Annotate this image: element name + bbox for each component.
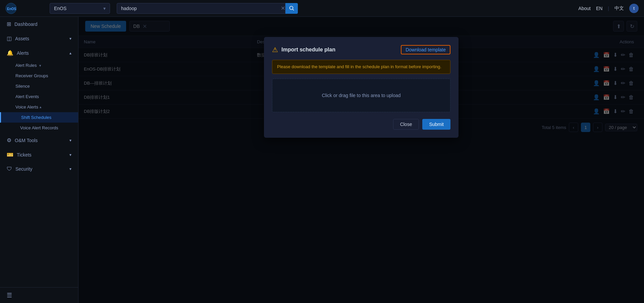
import-modal: ⚠ Import schedule plan Download template… (264, 37, 459, 138)
sidebar-item-receiver-groups[interactable]: Receiver Groups (0, 71, 78, 81)
user-avatar[interactable]: t (629, 4, 639, 13)
sidebar-label-alert-rules: Alert Rules (15, 63, 37, 68)
notice-text: Please download the template and fill in… (277, 64, 441, 69)
sidebar-label-receiver-groups: Receiver Groups (15, 73, 48, 78)
om-tools-icon: ⚙ (7, 137, 11, 143)
search-button[interactable] (285, 3, 298, 14)
security-icon: 🛡 (7, 166, 12, 172)
sidebar-item-dashboard[interactable]: ⊞ Dashboard (0, 17, 78, 31)
sidebar-item-voice-alert-records[interactable]: Voice Alert Records (0, 123, 78, 133)
global-search-area: ✕ (117, 3, 298, 14)
lang-en-link[interactable]: EN (596, 6, 602, 11)
sidebar-label-assets: Assets (15, 36, 29, 41)
search-clear-icon[interactable]: ✕ (281, 5, 285, 11)
topbar: EnOS EnOS ▾ ✕ About EN | 中文 t (0, 0, 644, 17)
search-icon (289, 6, 294, 11)
sidebar-label-dashboard: Dashboard (14, 21, 38, 27)
lang-cn-link[interactable]: 中文 (614, 5, 624, 11)
about-link[interactable]: About (578, 6, 591, 11)
chevron-up-icon: ▴ (40, 105, 42, 109)
chevron-down-icon: ▾ (69, 36, 71, 41)
svg-text:EnOS: EnOS (7, 7, 16, 11)
sidebar-label-voice-alert-records: Voice Alert Records (20, 125, 58, 130)
sidebar-item-shift-schedules[interactable]: Shift Schedules (0, 112, 78, 123)
logo-icon: EnOS (5, 3, 17, 14)
sidebar-label-tickets: Tickets (17, 152, 32, 158)
main-layout: ⊞ Dashboard ◫ Assets ▾ 🔔 Alerts ▴ Alert … (0, 17, 644, 303)
modal-title: Import schedule plan (281, 47, 335, 53)
chevron-down-icon: ▾ (69, 153, 71, 157)
modal-overlay: ⚠ Import schedule plan Download template… (78, 17, 644, 303)
chevron-down-icon: ▾ (103, 6, 106, 11)
sidebar-bottom: ☰ (0, 287, 78, 303)
sidebar-item-alert-rules[interactable]: Alert Rules ▾ (0, 60, 78, 71)
modal-header: ⚠ Import schedule plan Download template (272, 45, 450, 54)
submit-button[interactable]: Submit (422, 119, 450, 130)
upload-label: Click or drag file to this area to uploa… (322, 93, 400, 98)
close-button[interactable]: Close (393, 119, 419, 130)
dashboard-icon: ⊞ (7, 21, 11, 27)
warning-icon: ⚠ (272, 46, 278, 54)
svg-point-2 (289, 6, 293, 9)
svg-line-3 (292, 9, 294, 10)
chevron-down-icon: ▾ (69, 138, 71, 143)
modal-title-area: ⚠ Import schedule plan (272, 46, 335, 54)
lang-separator: | (608, 6, 609, 11)
sidebar-label-alerts: Alerts (17, 50, 29, 56)
assets-icon: ◫ (7, 35, 12, 42)
chevron-down-icon: ▾ (69, 167, 71, 171)
sidebar-label-silence: Silence (15, 84, 30, 89)
chevron-down-icon: ▾ (39, 63, 41, 68)
notice-bar: Please download the template and fill in… (272, 60, 450, 74)
sidebar-item-silence[interactable]: Silence (0, 81, 78, 91)
sidebar-label-shift-schedules: Shift Schedules (21, 115, 51, 120)
tenant-selector[interactable]: EnOS ▾ (50, 3, 110, 14)
sidebar-label-security: Security (15, 166, 33, 172)
alerts-icon: 🔔 (7, 50, 13, 56)
sidebar-item-tickets[interactable]: 🎫 Tickets ▾ (0, 147, 78, 162)
chevron-up-icon: ▴ (69, 51, 71, 55)
upload-area[interactable]: Click or drag file to this area to uploa… (272, 79, 450, 112)
content-area: New Schedule DB ✕ ⬆ ↻ Name Descri (78, 17, 644, 303)
logo: EnOS (5, 3, 46, 14)
download-template-link[interactable]: Download template (401, 45, 450, 54)
sidebar-item-security[interactable]: 🛡 Security ▾ (0, 162, 78, 176)
global-search-input[interactable] (117, 3, 285, 14)
sidebar-item-om-tools[interactable]: ⚙ O&M Tools ▾ (0, 133, 78, 147)
sidebar-item-alerts[interactable]: 🔔 Alerts ▴ (0, 46, 78, 60)
sidebar-label-voice-alerts: Voice Alerts (15, 104, 38, 110)
sidebar-item-voice-alerts[interactable]: Voice Alerts ▴ (0, 102, 78, 112)
tickets-icon: 🎫 (7, 152, 13, 158)
modal-footer: Close Submit (272, 119, 450, 130)
sidebar-item-alert-events[interactable]: Alert Events (0, 91, 78, 102)
sidebar-item-assets[interactable]: ◫ Assets ▾ (0, 31, 78, 46)
sidebar: ⊞ Dashboard ◫ Assets ▾ 🔔 Alerts ▴ Alert … (0, 17, 78, 303)
menu-icon[interactable]: ☰ (7, 292, 12, 299)
topbar-right: About EN | 中文 t (578, 4, 639, 13)
sidebar-label-om-tools: O&M Tools (15, 138, 38, 143)
sidebar-label-alert-events: Alert Events (15, 94, 39, 99)
tenant-label: EnOS (54, 6, 66, 11)
